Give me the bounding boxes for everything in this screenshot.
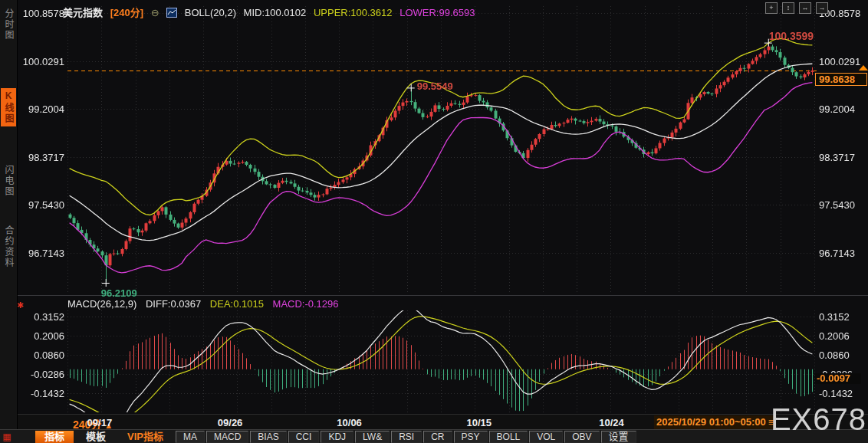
macd-diff-value: DIFF:0.0367 <box>146 298 201 310</box>
price-axis-label-right: 98.3717 <box>819 152 855 163</box>
price-axis-label-right: 99.2004 <box>819 103 855 115</box>
window-icons: +↕↔→ <box>765 2 828 14</box>
indicator-button-boll[interactable]: BOLL <box>489 431 528 443</box>
bottom-toolbar: ▦ 指标 模板 VIP指标 MAMACDBIASCCIKDJLW&RSICRPS… <box>0 429 868 443</box>
indicator-button-kdj[interactable]: KDJ <box>321 431 353 443</box>
chart-header: 美元指数 [240分] ⊖ BOLL(20,2) MID:100.0102 UP… <box>63 5 479 17</box>
price-axis-label-right: 96.7143 <box>819 248 855 259</box>
chart-canvas[interactable] <box>0 0 868 414</box>
x-axis-date-label: 09/17 <box>87 417 113 428</box>
sidebar-tab-3[interactable]: 闪电图 <box>1 162 16 199</box>
kline-chart-icon <box>166 8 177 20</box>
macd-axis-label-right: 0.0860 <box>819 349 850 361</box>
macd-params-label: MACD(26,12,9) <box>67 298 136 310</box>
current-price-badge: 99.8638 <box>815 73 867 86</box>
x-axis-date-label: 10/06 <box>337 417 362 428</box>
annotation-low: 96.2109 <box>101 287 137 299</box>
boll-indicator-label: BOLL(20,2) <box>185 7 236 18</box>
pan-right-icon[interactable]: → <box>816 2 828 14</box>
macd-axis-label-right: 0.3152 <box>819 311 850 323</box>
indicator-buttons: MAMACDBIASCCIKDJLW&RSICRPSYBOLLVOLOBV <box>176 431 601 443</box>
indicator-button-psy[interactable]: PSY <box>454 431 488 443</box>
symbol-name: 美元指数 <box>63 7 103 18</box>
annotation-swing-high: 99.5549 <box>417 80 453 92</box>
collapse-icon[interactable]: ⊖ <box>151 7 159 18</box>
menu-icon: ≡ <box>768 417 774 428</box>
time-axis-row: 240分 ▲ 2025/10/29 01:00~05:00≡ 09/1709/2… <box>0 414 868 430</box>
indicator-button-rsi[interactable]: RSI <box>391 431 422 443</box>
boll-upper-value: UPPER:100.3612 <box>314 7 393 18</box>
current-bar-timerange[interactable]: 2025/10/29 01:00~05:00≡ <box>654 415 776 429</box>
price-axis-label-right: 97.5430 <box>819 199 855 211</box>
toolbar-grid-icon[interactable]: ▦ <box>2 432 12 442</box>
indicator-button-lw&[interactable]: LW& <box>355 431 390 443</box>
indicator-button-obv[interactable]: OBV <box>564 431 599 443</box>
indicator-button-ma[interactable]: MA <box>176 431 205 443</box>
sidebar: 分时图K线图闪电图合约资料 <box>0 0 18 429</box>
chart-window: 分时图K线图闪电图合约资料 ✱ 美元指数 [240分] ⊖ BOLL(20,2)… <box>0 0 868 443</box>
macd-header: MACD(26,12,9) DIFF:0.0367 DEA:0.1015 MAC… <box>67 298 345 310</box>
indicator-settings-icon[interactable]: ✱ <box>17 301 24 310</box>
indicator-button-macd[interactable]: MACD <box>206 431 248 443</box>
annotation-high: 100.3599 <box>769 30 814 42</box>
scale-horizontal-icon[interactable]: ↔ <box>799 2 811 14</box>
boll-mid-value: MID:100.0102 <box>244 7 307 18</box>
indicator-button-cci[interactable]: CCI <box>288 431 320 443</box>
x-axis-date-label: 09/26 <box>218 417 243 428</box>
price-up-arrow-icon <box>859 65 868 71</box>
x-axis-date-label: 10/15 <box>466 417 492 428</box>
x-axis-date-label: 10/24 <box>599 417 624 428</box>
tab-vip-indicator[interactable]: VIP指标 <box>118 431 173 443</box>
sidebar-tab-2[interactable]: K线图 <box>1 88 16 126</box>
sidebar-tab-4[interactable]: 合约资料 <box>1 223 16 271</box>
indicator-button-vol[interactable]: VOL <box>529 431 563 443</box>
indicator-button-bias[interactable]: BIAS <box>250 431 286 443</box>
sidebar-tab-1[interactable]: 分时图 <box>1 6 16 43</box>
macd-axis-label-right: 0.2006 <box>819 330 850 342</box>
boll-lower-value: LOWER:99.6593 <box>399 7 475 18</box>
indicator-button-cr[interactable]: CR <box>423 431 452 443</box>
macd-axis-label-right: -0.1432 <box>819 388 853 399</box>
macd-dea-value: DEA:0.1015 <box>210 298 264 310</box>
macd-hist-value: MACD:-0.1296 <box>273 298 339 310</box>
price-axis-label-right: 100.0291 <box>819 56 860 67</box>
period-badge[interactable]: [240分] <box>110 7 143 18</box>
move-icon[interactable]: + <box>765 2 778 14</box>
tab-indicator[interactable]: 指标 <box>35 431 74 443</box>
macd-cursor-badge: -0.0097 <box>815 373 861 384</box>
tab-template[interactable]: 模板 <box>77 431 115 443</box>
scale-vertical-icon[interactable]: ↕ <box>782 2 794 14</box>
settings-button[interactable]: 设置 <box>601 431 636 443</box>
